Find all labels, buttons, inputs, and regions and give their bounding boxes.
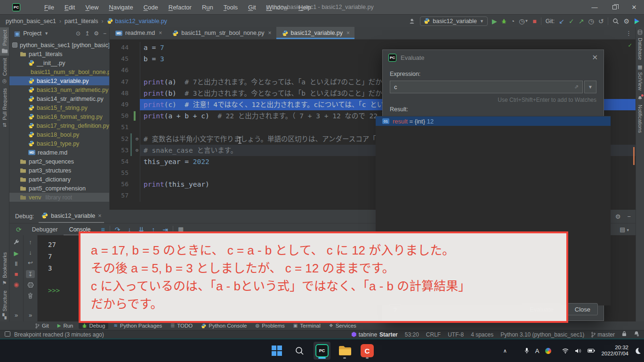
- notifications-gear-icon[interactable]: [634, 331, 639, 338]
- toolwindow-button-git[interactable]: Git: [32, 322, 52, 329]
- menu-navigate[interactable]: Navigate: [104, 4, 138, 11]
- caret-position[interactable]: 53:20: [405, 331, 419, 338]
- close-session-icon[interactable]: ×: [98, 213, 101, 219]
- tree-row[interactable]: venv library root: [9, 193, 109, 202]
- resume-icon[interactable]: ▶: [14, 250, 19, 256]
- ime-indicator[interactable]: A: [535, 347, 539, 354]
- account-icon[interactable]: [545, 348, 551, 354]
- pause-icon[interactable]: Ⅱ: [15, 261, 17, 267]
- focus-assist-moon-icon[interactable]: [635, 347, 641, 354]
- toolwindow-button-python-packages[interactable]: ≋Python Packages: [110, 322, 165, 329]
- wrench-icon[interactable]: [13, 239, 19, 246]
- tree-row[interactable]: basic12_variable.py: [9, 76, 109, 85]
- stripe-item-sciview[interactable]: ▦SciView: [636, 62, 644, 93]
- menu-run[interactable]: Run: [197, 4, 218, 11]
- hide-debug-panel-icon[interactable]: −: [627, 213, 631, 220]
- jump-to-source-icon[interactable]: ↩: [28, 260, 33, 266]
- tree-row[interactable]: part1_literals: [9, 49, 109, 58]
- tree-row[interactable]: basic14_str_arithmetic.py: [9, 94, 109, 103]
- chevron-down-icon[interactable]: ▼: [44, 31, 48, 36]
- expression-input[interactable]: c ⇗: [390, 81, 583, 93]
- clear-console-icon[interactable]: [28, 293, 33, 300]
- fold-icon[interactable]: ⊖: [136, 133, 138, 145]
- run-button[interactable]: ▶: [492, 18, 497, 25]
- security-icon[interactable]: [513, 348, 518, 354]
- close-icon[interactable]: ✕: [624, 0, 644, 14]
- tray-expand-icon[interactable]: ∧: [503, 348, 507, 354]
- tree-row[interactable]: part2_sequences: [9, 157, 109, 166]
- menu-refactor[interactable]: Refactor: [163, 4, 197, 11]
- taskbar-clock[interactable]: 20:32 2022/07/04: [601, 345, 628, 357]
- mute-breakpoints-icon[interactable]: ◉: [14, 281, 19, 288]
- more-actions-icon[interactable]: »: [15, 312, 18, 319]
- close-tab-icon[interactable]: ×: [159, 30, 162, 36]
- more-tabs-icon[interactable]: ⋮: [626, 30, 636, 37]
- stop-button[interactable]: ■: [532, 18, 536, 25]
- microphone-icon[interactable]: [524, 347, 529, 354]
- tree-row[interactable]: basic15_f_string.py: [9, 103, 109, 112]
- menu-file[interactable]: File: [39, 4, 59, 11]
- menu-git[interactable]: Git: [243, 4, 261, 11]
- stripe-item-bookmarks[interactable]: Bookmarks⚑: [0, 250, 9, 288]
- minimize-icon[interactable]: —: [585, 0, 604, 14]
- taskbar-app-camtasia[interactable]: C: [359, 342, 376, 360]
- result-row[interactable]: 01 result = {int} 12: [376, 116, 611, 126]
- tree-row[interactable]: basic19_type.py: [9, 139, 109, 148]
- menu-edit[interactable]: Edit: [59, 4, 80, 11]
- menu-tools[interactable]: Tools: [218, 4, 243, 11]
- expression-history-dropdown[interactable]: ▼: [584, 81, 596, 93]
- evaluate-dialog-titlebar[interactable]: PC Evaluate ✕: [383, 50, 604, 65]
- up-stack-icon[interactable]: ↑: [29, 239, 32, 245]
- tabnine-status[interactable]: tabnineStarter: [352, 331, 398, 338]
- down-stack-icon[interactable]: ↓: [29, 249, 32, 255]
- stripe-item-commit[interactable]: Commit◎: [0, 56, 9, 86]
- git-history-button[interactable]: ◷: [588, 18, 594, 25]
- editor-tab[interactable]: basic11_num_str_bool_none.py×: [167, 27, 276, 39]
- git-commit-button[interactable]: ✓: [569, 18, 574, 25]
- tree-row[interactable]: part4_dictionary: [9, 175, 109, 184]
- inspections-ok-icon[interactable]: ✓: [628, 41, 632, 49]
- gear-icon[interactable]: ⚙: [94, 30, 99, 37]
- git-rollback-button[interactable]: ↺: [598, 18, 604, 25]
- plugin-icon[interactable]: [634, 18, 640, 25]
- debug-settings-gear-icon[interactable]: ⚙: [615, 213, 621, 220]
- toolwindow-button-services[interactable]: ❖Services: [326, 322, 360, 329]
- toolwindow-button-todo[interactable]: ☰TODO: [167, 322, 196, 329]
- profiler-button[interactable]: ◷▼: [519, 18, 528, 25]
- run-config-select[interactable]: basic12_variable▼: [420, 16, 488, 26]
- stripe-item-database[interactable]: Database: [636, 27, 644, 62]
- close-button[interactable]: Close: [567, 303, 598, 315]
- rerun-icon[interactable]: ⟳: [13, 226, 24, 233]
- search-everywhere-icon[interactable]: [612, 18, 619, 25]
- volume-icon[interactable]: [575, 348, 581, 354]
- taskbar-app-explorer[interactable]: [336, 342, 353, 360]
- collapse-all-icon[interactable]: ↥: [85, 30, 89, 37]
- layout-icon[interactable]: [5, 331, 10, 338]
- battery-icon[interactable]: [588, 348, 595, 353]
- expand-input-icon[interactable]: ⇗: [574, 84, 579, 90]
- taskbar-app-start[interactable]: [268, 342, 285, 360]
- wifi-icon[interactable]: [562, 348, 569, 354]
- fold-icon[interactable]: ⊖: [136, 145, 138, 156]
- editor-tab[interactable]: basic12_variable.py×: [276, 27, 355, 39]
- print-icon[interactable]: [28, 282, 33, 288]
- git-branch-widget[interactable]: master: [591, 331, 615, 338]
- debug-session-tab[interactable]: basic12_variable ×: [39, 210, 104, 223]
- tree-row[interactable]: basic17_string_definition.py: [9, 121, 109, 130]
- interpreter[interactable]: Python 3.10 (python_basic_sec1): [500, 331, 584, 338]
- toolwindow-button-debug[interactable]: Debug: [79, 322, 109, 329]
- breadcrumb-item[interactable]: python_basic_sec1: [6, 18, 56, 25]
- project-view-label[interactable]: Project: [23, 30, 41, 37]
- tree-row[interactable]: basic13_num_arithmetic.py: [9, 85, 109, 94]
- stripe-item-structure[interactable]: Structure▚: [0, 288, 9, 321]
- tree-row[interactable]: basic11_num_str_bool_none.py: [9, 67, 109, 76]
- tree-row[interactable]: part5_comprehension: [9, 184, 109, 193]
- stop-icon[interactable]: ■: [15, 271, 18, 277]
- stripe-item-notifications[interactable]: Notifications: [636, 93, 644, 135]
- hide-panel-icon[interactable]: −: [103, 30, 106, 37]
- settings-gear-icon[interactable]: ⚙: [623, 18, 629, 25]
- breadcrumb-item[interactable]: basic12_variable.py: [107, 18, 168, 25]
- restore-icon[interactable]: [604, 0, 624, 14]
- git-push-button[interactable]: ↗: [579, 18, 584, 25]
- user-dropdown-icon[interactable]: [409, 18, 416, 25]
